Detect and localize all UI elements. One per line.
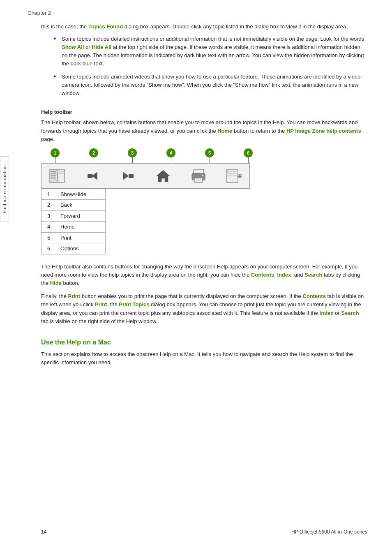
circle-5: 5 (201, 148, 219, 163)
p2-comma: , (274, 272, 277, 278)
table-cell-num-2: 2 (42, 200, 56, 211)
table-row: 3 Forward (42, 210, 106, 222)
hide-link[interactable]: Hide (50, 280, 62, 286)
print-topics-link[interactable]: Print Topics (119, 301, 149, 307)
circle-3: 3 (123, 148, 141, 163)
p2-and: , and (291, 272, 304, 278)
p3-end: tab is visible on the right side of the … (41, 318, 157, 324)
toolbar-icons-box (41, 163, 250, 189)
chapter-label: Chapter 2 (28, 10, 51, 16)
table-cell-label-4: Home (56, 222, 106, 233)
contents-link2[interactable]: Contents (302, 293, 325, 299)
hp-image-zone-link[interactable]: HP Image Zone help contents (286, 128, 361, 134)
table-row: 2 Back (42, 200, 106, 211)
svg-marker-10 (123, 172, 129, 180)
table-row: 1 Show/Hide (42, 189, 106, 200)
table-row: 6 Options (42, 243, 106, 254)
use-help-mac-section: Use the Help on a Mac This section expla… (41, 339, 367, 367)
svg-rect-5 (58, 169, 65, 183)
bullet1-text-mid: or (84, 44, 92, 50)
p3-mid3: , the (107, 301, 119, 307)
num-circle-2: 2 (89, 148, 98, 157)
circle-4: 4 (162, 148, 180, 163)
line-3 (132, 157, 133, 163)
show-all-link[interactable]: Show All (62, 44, 84, 50)
circle-1: 1 (46, 148, 64, 163)
table-cell-label-6: Options (56, 243, 106, 254)
home-icon (154, 168, 172, 184)
help-toolbar-paragraph3: Finally, the Print button enables you to… (41, 292, 367, 326)
forward-icon (119, 168, 137, 184)
p1-mid: button to return to the (232, 128, 286, 134)
footer-product: HP Officejet 5600 All-in-One series (291, 529, 367, 535)
topics-found-link[interactable]: Topics Found (88, 23, 123, 30)
svg-rect-9 (88, 174, 92, 178)
print-icon (189, 168, 208, 184)
bullet-list: Some topics include detailed instruction… (53, 35, 367, 98)
table-cell-label-3: Forward (56, 210, 106, 222)
bullet1-text-before: Some topics include detailed instruction… (62, 36, 364, 42)
bullet-item-2: Some topics include animated videos that… (53, 73, 367, 97)
side-tab-label: Find more information (2, 165, 7, 213)
svg-marker-8 (92, 172, 97, 180)
back-icon (83, 168, 101, 184)
circle-6: 6 (239, 148, 257, 163)
page-footer: 14 HP Officejet 5600 All-in-One series (0, 529, 392, 535)
show-hide-icon (48, 168, 66, 184)
circles-row: 1 2 3 4 5 (41, 148, 257, 163)
toolbar-table: 1 Show/Hide 2 Back 3 Forward 4 Home 5 (41, 189, 106, 254)
toolbar-figure: 1 2 3 4 5 (41, 148, 367, 189)
help-toolbar-paragraph1: The Help toolbar, shown below, contains … (41, 118, 367, 143)
print-link2[interactable]: Print (95, 301, 107, 307)
table-cell-label-1: Show/Hide (56, 189, 106, 200)
num-circle-5: 5 (205, 148, 214, 157)
table-cell-num-3: 3 (42, 210, 56, 222)
print-link[interactable]: Print (68, 293, 81, 299)
page-container: Find more information Chapter 2 this is … (0, 0, 392, 543)
table-cell-num-1: 1 (42, 189, 56, 200)
use-help-mac-paragraph: This section explains how to access the … (41, 350, 367, 367)
options-icon (225, 168, 243, 184)
p3-mid5: or (334, 310, 341, 316)
help-toolbar-paragraph2: The Help toolbar also contains buttons f… (41, 263, 367, 287)
bullet-item-1: Some topics include detailed instruction… (53, 35, 367, 68)
line-1 (55, 157, 55, 163)
svg-marker-12 (157, 170, 170, 182)
line-6 (248, 157, 249, 163)
home-link[interactable]: Home (217, 128, 232, 134)
num-circle-6: 6 (244, 148, 253, 157)
table-cell-label-2: Back (56, 200, 106, 211)
p3-before: Finally, the (41, 293, 68, 299)
search-link2[interactable]: Search (341, 310, 359, 316)
index-link[interactable]: Index (277, 272, 291, 278)
intro-text-after: dialog box appears. Double-click any top… (123, 23, 347, 30)
svg-rect-11 (129, 174, 134, 178)
table-cell-num-4: 4 (42, 222, 56, 233)
table-row: 5 Print (42, 232, 106, 243)
side-tab: Find more information (0, 156, 9, 222)
index-link2[interactable]: Index (320, 310, 334, 316)
footer-page-number: 14 (41, 529, 46, 535)
table-row: 4 Home (42, 222, 106, 233)
line-2 (94, 157, 94, 163)
table-cell-label-5: Print (56, 232, 106, 243)
use-help-mac-heading: Use the Help on a Mac (41, 339, 367, 346)
table-cell-num-5: 5 (42, 232, 56, 243)
line-5 (210, 157, 210, 163)
bullet2-text: Some topics include animated videos that… (62, 74, 360, 96)
contents-link[interactable]: Contents (251, 272, 274, 278)
num-circle-1: 1 (51, 148, 60, 157)
p2-end: button. (62, 280, 79, 286)
main-content: this is the case, the Topics Found dialo… (41, 0, 367, 396)
circle-2: 2 (85, 148, 103, 163)
search-link[interactable]: Search (304, 272, 322, 278)
intro-text-before: this is the case, the (41, 23, 88, 30)
hide-all-link[interactable]: Hide All (92, 44, 111, 50)
p1-after: page. (41, 136, 55, 142)
num-circle-3: 3 (128, 148, 137, 157)
p3-mid1: button enables you to print the page tha… (80, 293, 302, 299)
help-toolbar-heading: Help toolbar (41, 109, 367, 115)
table-cell-num-6: 6 (42, 243, 56, 254)
svg-point-18 (202, 175, 203, 176)
line-4 (171, 157, 171, 163)
